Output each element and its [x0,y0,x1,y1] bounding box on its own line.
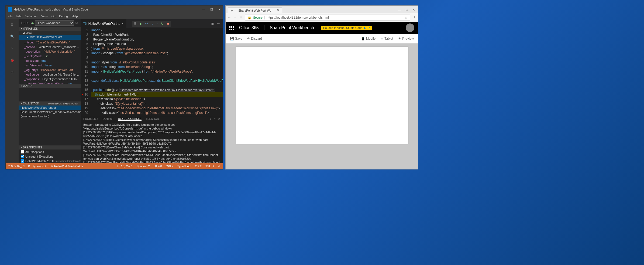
debug-icon[interactable]: 🐞 [9,57,15,63]
var-this[interactable]: ◢ this: HelloWorldWebPart [19,35,81,40]
status-position[interactable]: Ln 16, Col 1 [117,165,133,168]
variable-row[interactable]: _description: "HelloWorld description" [19,49,81,54]
continue-button[interactable]: ▶ [140,22,142,26]
debug-toolbar: ⠿ ▶ ↷ ↓ ↑ ↻ ■ [132,21,171,27]
bp-file[interactable]: HelloWorldWebPart.ts src/webparts/helloW… [19,159,81,163]
callstack-frame-1[interactable]: BaseClientSideWebPart._renderWithAccessi… [19,110,81,114]
local-scope[interactable]: ◢Local [19,31,81,35]
bp-uncaught[interactable]: Uncaught Exceptions [19,154,81,159]
minimize-button[interactable]: — [202,8,205,11]
resume-icon[interactable]: ▶ [364,26,366,30]
callstack-frame-2[interactable]: (anonymous function) [19,114,81,118]
split-editor-icon[interactable]: ▥ [211,22,214,26]
watch-header[interactable]: ▾WATCH [19,84,81,88]
drag-handle-icon[interactable]: ⠿ [134,22,136,26]
editor-tab[interactable]: TS HelloWorldWebPart.ts ✕ [81,19,126,28]
code-editor[interactable]: 2345678910111213141516171819202122232425… [81,28,223,116]
menu-view[interactable]: View [41,15,48,18]
debug-console-output[interactable]: Beacon: Uploaded to COSMOS (To disable l… [81,122,223,163]
statusbar: ⊘ 0 ⚠ 8 ⓘ 1 🗎typescript | 🗎 HelloWorldWe… [6,163,223,169]
panel-tab-problems[interactable]: PROBLEMS [83,117,98,121]
panel-tab-terminal[interactable]: TERMINAL [146,117,160,121]
bookmark-icon[interactable]: ☆ [405,16,408,19]
debug-config-select[interactable]: Local workbench [35,20,74,26]
panel-close-icon[interactable]: ✕ [218,117,220,121]
variables-header[interactable]: ▾VARIABLES [19,27,81,31]
start-debug-button[interactable]: ▶ [32,21,34,25]
status-lang[interactable]: typescript [33,165,46,168]
variable-row[interactable]: _context: WebPartContext {_manifest: Obj… [19,45,81,49]
canvas-page[interactable] [236,47,408,144]
app-launcher-icon[interactable] [229,26,234,30]
avatar[interactable] [406,23,414,32]
variable-row[interactable]: _initialized: true [19,59,81,63]
variable-row[interactable]: _logEntry: "BaseClientSideWebPart" [19,68,81,72]
browser-tab[interactable]: ◆ SharePoint Web Part Wo ✕ [228,7,282,13]
reload-button[interactable]: ✕ [240,16,242,19]
step-over-button[interactable]: ↷ [145,22,148,26]
panel-maximize-icon[interactable]: ^ [214,117,215,121]
tab-label: HelloWorldWebPart.ts [88,22,120,26]
menu-selection[interactable]: Selection [25,15,37,18]
breakpoints-header[interactable]: ▾BREAKPOINTS [19,145,81,150]
status-spaces[interactable]: Spaces: 2 [137,165,150,168]
panel-tab-output[interactable]: OUTPUT [103,117,114,121]
more-icon[interactable]: ⋯ [217,22,220,26]
variable-row[interactable]: _properties: Object {description: "Hello… [19,77,81,81]
variable-row[interactable]: _isInViewport: false [19,63,81,68]
variable-row[interactable]: _renderedFromPersistedData: true [19,81,81,84]
workbench-canvas[interactable] [226,43,418,169]
mobile-button[interactable]: 📱Mobile [361,37,376,40]
variable-row[interactable]: _logSource: LogSource {id: "BaseClientSi… [19,72,81,77]
search-icon[interactable]: 🔍 [9,33,15,40]
close-button[interactable]: ✕ [412,8,415,12]
status-lang-icon: 🗎 [28,165,31,168]
forward-button[interactable]: → [234,16,237,19]
maximize-button[interactable]: ☐ [405,8,408,12]
bp-all-exceptions[interactable]: All Exceptions [19,150,81,154]
address-bar: ← → ✕ 🔒 Secure | https://localhost:4321/… [226,13,418,22]
gear-icon[interactable]: ⚙ [75,21,78,25]
preview-button[interactable]: 👁Preview [398,37,414,40]
status-errors[interactable]: ⊘ 0 ⚠ 8 ⓘ 1 [8,164,25,168]
variable-row[interactable]: __type: "BaseClientSideWebPart" [19,40,81,45]
back-button[interactable]: ← [228,16,231,19]
menu-help[interactable]: Help [72,15,78,18]
clear-console-icon[interactable]: ≡ [210,117,211,121]
callstack-header[interactable]: ▾CALL STACKPAUSED ON BREAKPOINT [19,101,81,106]
step-into-button[interactable]: ↓ [151,22,153,26]
step-icon[interactable]: ↷ [368,26,370,30]
status-lint[interactable]: TSLint [205,165,214,168]
menu-icon[interactable]: ⋮ [413,16,416,19]
maximize-button[interactable]: ☐ [210,8,213,11]
close-button[interactable]: ✕ [218,8,221,11]
menu-go[interactable]: Go [51,15,56,18]
url-field[interactable]: 🔒 Secure | https://localhost:4321/temp/w… [245,15,410,21]
tab-close-icon[interactable]: ✕ [277,9,279,12]
explorer-icon[interactable]: 🗎 [9,21,15,28]
tablet-icon: ▭ [380,37,383,40]
menu-edit[interactable]: Edit [16,15,22,18]
git-icon[interactable]: ⑂ [9,45,15,52]
workbench-toolbar: 💾Save ↶Discard 📱Mobile ▭Tablet 👁Preview [226,34,418,43]
status-eol[interactable]: CRLF [166,165,174,168]
callstack-frame-0[interactable]: HelloWorldWebPart.render [19,106,81,110]
menu-file[interactable]: File [8,15,13,18]
tablet-button[interactable]: ▭Tablet [380,37,393,40]
step-out-button[interactable]: ↑ [156,22,158,26]
save-button[interactable]: 💾Save [230,37,242,40]
status-feedback-icon[interactable]: ☺ [218,165,221,168]
status-tsver[interactable]: 2.2.2 [195,165,202,168]
variable-row[interactable]: _displayMode: 2 [19,54,81,59]
status-mode[interactable]: TypeScript [177,165,191,168]
panel-tab-debug-console[interactable]: DEBUG CONSOLE [118,117,142,121]
extensions-icon[interactable]: ⊞ [9,69,15,75]
restart-button[interactable]: ↻ [161,22,164,26]
tab-close-icon[interactable]: ✕ [122,22,124,25]
stop-button[interactable]: ■ [167,22,169,26]
discard-button[interactable]: ↶Discard [247,37,262,40]
status-encoding[interactable]: UTF-8 [154,165,162,168]
minimize-button[interactable]: — [398,8,401,12]
menu-debug[interactable]: Debug [59,15,68,18]
o365-brand[interactable]: Office 365 [239,25,259,30]
